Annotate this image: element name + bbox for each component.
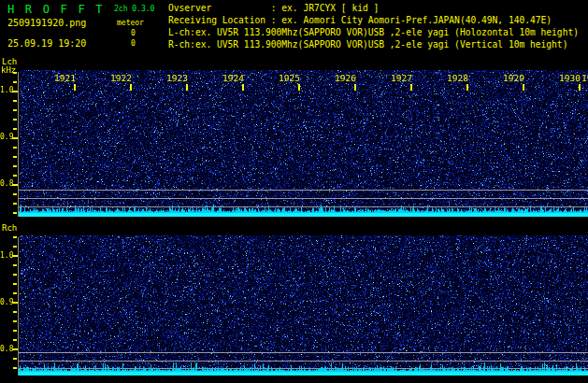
app-title: H R O F F T: [7, 4, 105, 15]
lch-freq-label-0_9: 0.9: [0, 134, 12, 141]
location-line: Receiving Location : ex. Aomori City Aom…: [168, 16, 552, 25]
output-filename: 2509191920.png: [7, 19, 86, 28]
time-label: 1929: [503, 74, 524, 83]
time-label: 1926: [335, 74, 356, 83]
lch-spectrogram-canvas: [12, 70, 588, 217]
app-version: 2ch 0.3.0: [114, 6, 154, 13]
meteor-count-top: 0: [131, 30, 136, 37]
hrofft-screen: { "app": { "title": "H R O F F T", "vers…: [0, 0, 588, 383]
time-label: 1930: [559, 74, 581, 83]
timestamp: 25.09.19 19:20: [7, 39, 86, 49]
time-label: 1923: [166, 74, 188, 83]
time-label: 1927: [391, 74, 412, 83]
rch-freq-label-0_8: 0.8: [0, 346, 12, 353]
time-label: 1922: [110, 74, 132, 83]
lch-info-line: L-ch:ex. UV5R 113.900Mhz(SAPPORO VOR)USB…: [168, 28, 579, 37]
observer-line: Ovserver : ex. JR7CYX [ kid ]: [168, 4, 379, 13]
rch-freq-label-1_0: 1.0: [0, 252, 12, 260]
time-label-clipped: 1931: [581, 74, 588, 83]
rch-info-line: R-ch:ex. UV5R 113.900Mhz(SAPPORO VOR)USB…: [168, 40, 567, 50]
lch-freq-label-0_8: 0.8: [0, 180, 12, 188]
rch-freq-label-0_9: 0.9: [0, 299, 12, 306]
time-label: 1921: [54, 74, 76, 83]
lch-unit-label: kHz: [1, 66, 16, 75]
time-label: 1928: [447, 74, 468, 83]
mode-label: meteor: [117, 20, 144, 27]
rch-spectrogram-canvas: [12, 235, 588, 376]
time-label: 1924: [222, 74, 244, 83]
lch-freq-label-1_0: 1.0: [0, 87, 12, 94]
rch-channel-label: Rch: [2, 224, 17, 233]
meteor-count-bottom: 0: [131, 40, 136, 48]
time-label: 1925: [279, 74, 300, 83]
